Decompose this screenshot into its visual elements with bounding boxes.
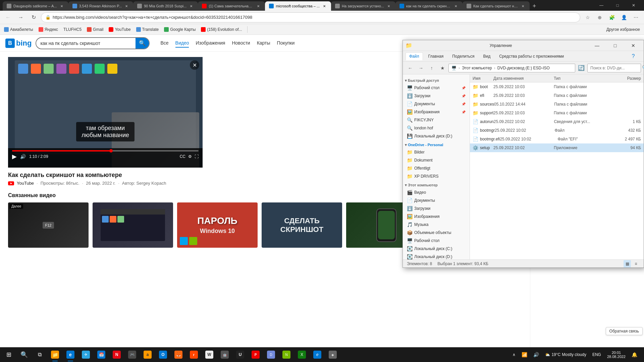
fe-sidebar-fikcyjny[interactable]: 🔍 FIKCYJNY <box>403 116 470 124</box>
fe-back-button[interactable]: ← <box>406 63 415 73</box>
fe-file-row-setup[interactable]: ⚙️ setup 25.09.2022 10:02 Приложение 94 … <box>470 143 644 152</box>
fav-item-tlufhc5[interactable]: TLUFHC5 <box>63 27 82 32</box>
fe-sidebar-3dobjects[interactable]: 📦 Объемные объекты <box>403 229 470 237</box>
fav-item-maps[interactable]: Google Карты <box>164 27 196 32</box>
fe-file-row-bootmgr-efi[interactable]: 📄 bootmgr.efi 25.09.2022 10:02 Файл "EFI… <box>470 135 644 143</box>
fe-col-date[interactable]: Дата изменения <box>493 76 554 81</box>
taskbar-nvidia-button[interactable]: N <box>279 347 294 362</box>
bing-nav-maps[interactable]: Карты <box>257 39 270 48</box>
fe-file-row-sources[interactable]: 📁 sources 05.10.2022 14:44 Папка с файла… <box>470 100 644 109</box>
fe-file-row-bootmgr[interactable]: 📄 bootmgr 25.09.2022 10:02 Файл 432 КБ <box>470 126 644 135</box>
fe-sidebar-drive-d[interactable]: 💾 Локальный диск (D:) <box>403 132 470 140</box>
fe-sidebar-drive-d2[interactable]: 💽 Локальный диск (D:) <box>403 253 470 259</box>
taskbar-network-button[interactable]: 📶 <box>519 347 530 362</box>
bing-search-input[interactable] <box>36 41 136 46</box>
maximize-button[interactable]: □ <box>610 0 625 11</box>
fe-ribbon-tab-view[interactable]: Вид <box>480 53 494 60</box>
fe-sidebar-dokument[interactable]: 📁 Dokument <box>403 156 470 164</box>
tab-close-2[interactable]: ✕ <box>124 3 129 9</box>
taskbar-calendar-button[interactable]: 📅 <box>94 347 109 362</box>
taskbar-start-button[interactable]: ⊞ <box>1 347 16 362</box>
bing-nav-shopping[interactable]: Покупки <box>277 39 295 48</box>
fe-quick-access-button[interactable]: ★ <box>438 63 447 73</box>
fe-view-details-button[interactable]: ▦ <box>624 260 631 267</box>
taskbar-taskview-button[interactable]: ⧉ <box>32 347 47 362</box>
fav-item-aviabilety[interactable]: Авиабилеты <box>4 27 33 32</box>
fe-view-list-button[interactable]: ≡ <box>632 260 640 267</box>
bing-nav-all[interactable]: Все <box>160 39 168 48</box>
browser-tab-8[interactable]: Как сделать скриншот на ... ✕ <box>463 1 530 11</box>
captions-button[interactable]: CC <box>180 154 185 159</box>
collections-icon[interactable]: ⊕ <box>594 12 605 23</box>
video-player[interactable]: там обрезамилюбым название ▶ <box>8 57 203 168</box>
taskbar-app3-button[interactable]: ◈ <box>325 347 340 362</box>
taskbar-search-button[interactable]: 🔍 <box>17 347 32 362</box>
related-card-3[interactable]: ПАРОЛЬ Windows 10 <box>177 202 258 250</box>
fe-refresh-button[interactable]: 🔄 <box>577 63 586 73</box>
fe-search-box[interactable]: 🔍 <box>587 64 641 72</box>
fe-sidebar-london[interactable]: 🔍 london hof <box>403 124 470 132</box>
tab-close-1[interactable]: ✕ <box>59 3 64 9</box>
refresh-button[interactable]: ↻ <box>28 12 39 23</box>
fe-ribbon-tab-tools[interactable]: Средства работы с приложениями <box>496 53 567 60</box>
browser-tab-6[interactable]: На загружается устано... ✕ <box>331 1 395 11</box>
fe-sidebar-downloads-pc[interactable]: ⬇️ Загрузки <box>403 204 470 213</box>
fe-sidebar-video[interactable]: 🎬 Видео <box>403 188 470 196</box>
taskbar-amazon-button[interactable]: a <box>140 347 155 362</box>
fe-file-row-support[interactable]: 📁 support 25.09.2022 10:03 Папка с файла… <box>470 109 644 117</box>
fe-sidebar-music[interactable]: 🎵 Музыка <box>403 221 470 229</box>
video-progress-bar[interactable] <box>12 150 199 152</box>
fe-file-row-boot[interactable]: 📁 boot 25.09.2022 10:03 Папка с файлами <box>470 82 644 91</box>
forward-button[interactable]: → <box>15 12 26 23</box>
fe-close-button[interactable]: ✕ <box>626 41 641 50</box>
taskbar-discord-button[interactable]: D <box>264 347 278 362</box>
taskbar-telegram-button[interactable]: ✈ <box>78 347 93 362</box>
fe-ribbon-tab-share[interactable]: Поделиться <box>449 53 478 60</box>
fe-ribbon-tab-file[interactable]: Файл <box>406 52 423 60</box>
video-close-button[interactable]: ✕ <box>190 60 199 70</box>
browser-tab-5[interactable]: microsoft сообщества – ... ✕ <box>265 1 331 11</box>
related-card-2[interactable] <box>93 202 173 250</box>
fav-item-youtube[interactable]: YouTube <box>109 27 130 32</box>
settings-video-button[interactable]: ⚙ <box>188 154 192 159</box>
new-tab-button[interactable]: + <box>530 1 539 11</box>
back-button[interactable]: ← <box>3 12 13 23</box>
tab-close-8[interactable]: ✕ <box>520 3 526 9</box>
fe-sidebar-drive-c[interactable]: 💽 Локальный диск (C:) <box>403 245 470 253</box>
taskbar-app2-button[interactable]: 🤖 <box>217 347 232 362</box>
taskbar-weather-display[interactable]: ⛅ 19°C Mostly cloudy <box>542 347 589 362</box>
bing-nav-news[interactable]: Новости <box>232 39 250 48</box>
taskbar-xbox-button[interactable]: X <box>294 347 309 362</box>
bing-search-button[interactable]: 🔍 <box>136 38 149 49</box>
favorites-star-icon[interactable]: ☆ <box>582 12 593 23</box>
feedback-button[interactable]: Обратная связь <box>606 327 643 335</box>
fe-sidebar-pictures-pc[interactable]: 🖼️ Изображения <box>403 213 470 221</box>
fe-col-size[interactable]: Размер <box>607 76 641 81</box>
close-window-button[interactable]: ✕ <box>626 0 641 11</box>
fe-ribbon-tab-home[interactable]: Главная <box>425 53 447 60</box>
fe-search-input[interactable] <box>590 66 641 70</box>
taskbar-wikipedia-button[interactable]: W <box>202 347 217 362</box>
taskbar-clock[interactable]: 20:01 28.08.2022 <box>604 351 628 359</box>
tab-close-6[interactable]: ✕ <box>386 3 391 9</box>
taskbar-volume-button[interactable]: 🔊 <box>531 347 542 362</box>
fav-item-translate[interactable]: Translate <box>136 27 159 32</box>
tab-close-4[interactable]: ✕ <box>256 3 261 9</box>
fe-path-bar[interactable]: 🖥️ › Этот компьютер › DVD-дисковод (E:) … <box>448 64 575 72</box>
taskbar-show-hidden-button[interactable]: ∧ <box>510 347 518 362</box>
fe-sidebar-bilder[interactable]: 📁 Bilder <box>403 148 470 156</box>
volume-button[interactable]: 🔊 <box>20 154 26 159</box>
fe-maximize-button[interactable]: □ <box>607 41 623 50</box>
browser-tab-7[interactable]: как на пк сделать скриншо... ✕ <box>395 1 463 11</box>
taskbar-firefox-button[interactable]: 🦊 <box>171 347 186 362</box>
taskbar-netflix-button[interactable]: N <box>109 347 124 362</box>
fe-file-row-autorun[interactable]: 📄 autorun 25.09.2022 10:02 Сведения для … <box>470 117 644 126</box>
browser-tab-3[interactable]: 90 Mia Goth 2018 Suspi... ✕ <box>133 1 198 11</box>
fav-item-yandex[interactable]: Яндекс <box>39 27 58 32</box>
taskbar-outlook-button[interactable]: O <box>156 347 170 362</box>
taskbar-edge-button[interactable]: e <box>63 347 78 362</box>
fe-sidebar-desktop[interactable]: 🖥️ Рабочий стол 📌 <box>403 84 470 92</box>
fe-col-name[interactable]: Имя <box>473 76 493 81</box>
tab-close-3[interactable]: ✕ <box>189 3 194 9</box>
fe-file-row-efi[interactable]: 📁 efi 25.09.2022 10:03 Папка с файлами <box>470 91 644 100</box>
